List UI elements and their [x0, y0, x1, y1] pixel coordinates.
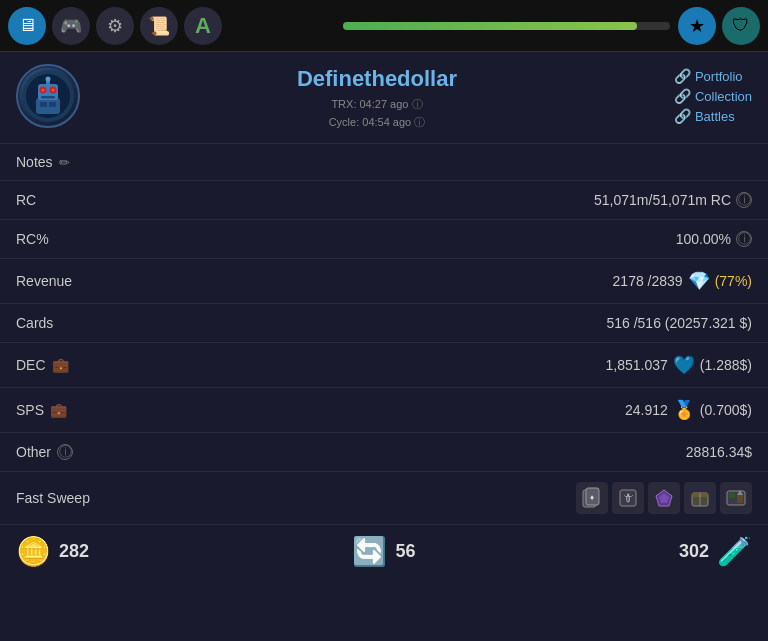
- rc-pct-value: 100.00% ⓘ: [676, 231, 752, 247]
- sweep-icons: ♦ 🗡: [576, 482, 752, 514]
- rc-info-icon[interactable]: ⓘ: [736, 192, 752, 208]
- nav-progress-fill: [343, 22, 637, 30]
- other-value: 28816.34$: [686, 444, 752, 460]
- cards-value: 516 /516 (20257.321 $): [606, 315, 752, 331]
- profile-section: Definethedollar TRX: 04:27 ago ⓘ Cycle: …: [0, 52, 768, 144]
- svg-point-10: [46, 77, 51, 82]
- gem-icon-revenue: 💎: [688, 270, 710, 292]
- dec-label: DEC 💼: [16, 357, 69, 373]
- profile-links: 🔗 Portfolio 🔗 Collection 🔗 Battles: [674, 64, 752, 124]
- sweep-icon-skins[interactable]: 🗡: [612, 482, 644, 514]
- top-nav: 🖥 🎮 ⚙ 📜 A ★ 🛡: [0, 0, 768, 52]
- spin-icon: 🔄: [352, 535, 387, 568]
- bottom-middle-value: 56: [395, 541, 415, 562]
- cards-row: Cards 516 /516 (20257.321 $): [0, 304, 768, 343]
- svg-rect-11: [40, 102, 47, 107]
- rc-pct-row: RC% 100.00% ⓘ: [0, 220, 768, 259]
- sweep-icon-gems[interactable]: [648, 482, 680, 514]
- fast-sweep-row: Fast Sweep ♦ 🗡: [0, 472, 768, 525]
- monitor-icon[interactable]: 🖥: [8, 7, 46, 45]
- notes-edit-icon[interactable]: ✏: [59, 155, 70, 170]
- nav-progress-bar: [343, 22, 670, 30]
- dec-wallet-icon: 💼: [52, 357, 69, 373]
- svg-rect-2: [36, 98, 60, 114]
- revenue-value: 2178 /2839 💎 (77%): [613, 270, 752, 292]
- bottom-right-value: 302: [679, 541, 709, 562]
- notes-row: Notes ✏: [0, 144, 768, 181]
- gem-icon-sps: 🏅: [673, 399, 695, 421]
- other-info-icon[interactable]: ⓘ: [57, 444, 73, 460]
- profile-name: Definethedollar: [80, 66, 674, 92]
- link-icon-battles: 🔗: [674, 108, 691, 124]
- battles-link[interactable]: 🔗 Battles: [674, 108, 752, 124]
- gamepad-icon[interactable]: 🎮: [52, 7, 90, 45]
- bottom-left-item: 🪙 282: [16, 535, 89, 568]
- notes-label: Notes: [16, 154, 53, 170]
- bottom-middle-item: 🔄 56: [352, 535, 415, 568]
- star-icon[interactable]: ★: [678, 7, 716, 45]
- bottom-left-value: 282: [59, 541, 89, 562]
- revenue-pct: (77%): [715, 273, 752, 289]
- trx-label: TRX: 04:27 ago: [331, 98, 408, 110]
- collection-label: Collection: [695, 89, 752, 104]
- rc-pct-info-icon[interactable]: ⓘ: [736, 231, 752, 247]
- sweep-icon-packs[interactable]: [684, 482, 716, 514]
- svg-text:🗡: 🗡: [622, 491, 634, 505]
- dec-row: DEC 💼 1,851.037 💜 (1.288$): [0, 343, 768, 388]
- collection-link[interactable]: 🔗 Collection: [674, 88, 752, 104]
- sps-extra: (0.700$): [700, 402, 752, 418]
- link-icon-collection: 🔗: [674, 88, 691, 104]
- avatar: [16, 64, 80, 128]
- rc-pct-label: RC%: [16, 231, 49, 247]
- svg-rect-8: [41, 96, 55, 99]
- logo-icon[interactable]: A: [184, 7, 222, 45]
- sps-row: SPS 💼 24.912 🏅 (0.700$): [0, 388, 768, 433]
- avatar-inner: [19, 67, 77, 125]
- sps-label: SPS 💼: [16, 402, 67, 418]
- revenue-label: Revenue: [16, 273, 72, 289]
- profile-info: Definethedollar TRX: 04:27 ago ⓘ Cycle: …: [80, 66, 674, 131]
- other-row: Other ⓘ 28816.34$: [0, 433, 768, 472]
- cards-label: Cards: [16, 315, 53, 331]
- rc-value: 51,071m/51,071m RC ⓘ: [594, 192, 752, 208]
- svg-text:♦: ♦: [590, 493, 594, 502]
- svg-point-6: [42, 89, 45, 92]
- svg-rect-24: [729, 493, 735, 498]
- revenue-row: Revenue 2178 /2839 💎 (77%): [0, 259, 768, 304]
- sweep-icon-land[interactable]: [720, 482, 752, 514]
- settings-icon[interactable]: ⚙: [96, 7, 134, 45]
- gold-coin-icon: 🪙: [16, 535, 51, 568]
- portfolio-link[interactable]: 🔗 Portfolio: [674, 68, 752, 84]
- other-label: Other ⓘ: [16, 444, 73, 460]
- sps-value: 24.912 🏅 (0.700$): [625, 399, 752, 421]
- nav-left-icons: 🖥 🎮 ⚙ 📜 A: [8, 7, 335, 45]
- svg-rect-25: [737, 495, 743, 503]
- link-icon-portfolio: 🔗: [674, 68, 691, 84]
- sweep-icon-cards[interactable]: ♦: [576, 482, 608, 514]
- rc-label: RC: [16, 192, 36, 208]
- gem-icon-dec: 💜: [673, 354, 695, 376]
- shield-icon[interactable]: 🛡: [722, 7, 760, 45]
- scroll-icon[interactable]: 📜: [140, 7, 178, 45]
- profile-meta: TRX: 04:27 ago ⓘ Cycle: 04:54 ago ⓘ: [80, 96, 674, 131]
- dec-value: 1,851.037 💜 (1.288$): [606, 354, 752, 376]
- cycle-label: Cycle: 04:54 ago: [329, 116, 412, 128]
- portfolio-label: Portfolio: [695, 69, 743, 84]
- dec-extra: (1.288$): [700, 357, 752, 373]
- bottom-bar: 🪙 282 🔄 56 302 🧪: [0, 525, 768, 578]
- svg-point-7: [52, 89, 55, 92]
- nav-right-icons: ★ 🛡: [678, 7, 760, 45]
- svg-rect-12: [49, 102, 56, 107]
- cycle-info-icon[interactable]: ⓘ: [414, 116, 425, 128]
- fast-sweep-label: Fast Sweep: [16, 490, 90, 506]
- bottom-right-item: 302 🧪: [679, 535, 752, 568]
- trx-info-icon[interactable]: ⓘ: [412, 98, 423, 110]
- potion-icon: 🧪: [717, 535, 752, 568]
- rc-row: RC 51,071m/51,071m RC ⓘ: [0, 181, 768, 220]
- sps-wallet-icon: 💼: [50, 402, 67, 418]
- battles-label: Battles: [695, 109, 735, 124]
